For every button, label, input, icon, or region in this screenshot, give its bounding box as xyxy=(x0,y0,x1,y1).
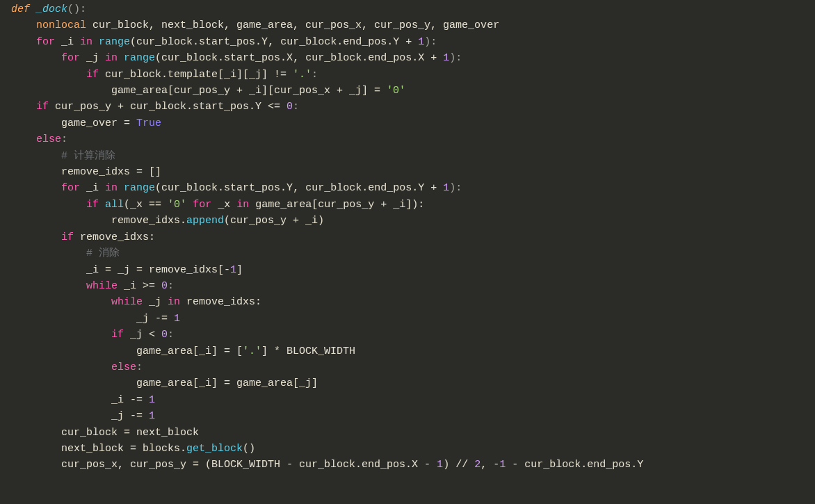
punct: : xyxy=(61,133,67,145)
space xyxy=(186,199,193,211)
keyword-for: for xyxy=(193,199,211,211)
code-line: if all(_x == '0' for _x in game_area[cur… xyxy=(11,199,424,211)
punct: : xyxy=(293,101,299,113)
code-line: else: xyxy=(11,133,67,145)
assign: game_area[_i] = game_area[_j] xyxy=(136,377,318,389)
builtin-range: range xyxy=(99,36,130,48)
code-line: game_area[_i] = game_area[_j] xyxy=(11,377,318,389)
punct: : xyxy=(168,280,174,292)
assign: remove_idxs = [] xyxy=(61,166,161,178)
expr: remove_idxs: xyxy=(180,296,261,308)
keyword-for: for xyxy=(36,36,55,48)
keyword-while: while xyxy=(111,296,143,308)
keyword-if: if xyxy=(36,101,49,113)
space xyxy=(118,52,124,64)
comment: # 消除 xyxy=(86,247,120,259)
code-line: remove_idxs.append(cur_pos_y + _i) xyxy=(11,215,324,227)
expr: remove_idxs. xyxy=(111,215,186,227)
number: 1 xyxy=(443,182,449,194)
keyword-else: else xyxy=(36,133,61,145)
expr: remove_idxs: xyxy=(74,231,155,243)
code-line: if remove_idxs: xyxy=(11,231,155,243)
code-line: while _j in remove_idxs: xyxy=(11,296,261,308)
code-line: remove_idxs = [] xyxy=(11,166,161,178)
keyword-if: if xyxy=(61,231,74,243)
code-line: if cur_block.template[_i][_j] != '.': xyxy=(11,69,318,81)
assign: next_block = blocks. xyxy=(61,443,186,455)
keyword-in: in xyxy=(80,36,92,48)
number: 0 xyxy=(161,280,168,292)
code-line: cur_pos_x, cur_pos_y = (BLOCK_WIDTH - cu… xyxy=(11,459,643,471)
expr: (_x == xyxy=(124,199,168,211)
number: 1 xyxy=(149,394,155,406)
expr: ] * BLOCK_WIDTH xyxy=(261,346,355,357)
keyword-def: def xyxy=(11,3,30,15)
expr: _j < xyxy=(124,329,161,341)
assign: cur_block = next_block xyxy=(61,427,199,439)
code-line: game_area[cur_pos_y + _i][cur_pos_x + _j… xyxy=(11,85,405,97)
punct: ] xyxy=(236,264,243,276)
keyword-in: in xyxy=(105,182,118,194)
code-editor[interactable]: def _dock(): nonlocal cur_block, next_bl… xyxy=(0,0,815,473)
assign: game_area[cur_pos_y + _i][cur_pos_x + _j… xyxy=(111,85,387,97)
comment: # 计算消除 xyxy=(61,150,115,162)
args: (cur_block.start_pos.Y, cur_block.end_po… xyxy=(155,182,443,194)
args: (cur_block.start_pos.X, cur_block.end_po… xyxy=(155,52,443,64)
function-name: _dock xyxy=(36,3,67,15)
code-line: for _i in range(cur_block.start_pos.Y, c… xyxy=(11,36,437,48)
number: 1 xyxy=(174,313,180,325)
number: 1 xyxy=(443,52,449,64)
boolean-true: True xyxy=(136,117,161,129)
number: 1 xyxy=(230,264,236,276)
keyword-else: else xyxy=(111,361,136,373)
number: 2 xyxy=(474,459,481,471)
keyword-if: if xyxy=(86,69,99,81)
punct: ): xyxy=(424,36,437,48)
var: _j xyxy=(80,52,105,64)
punct: ): xyxy=(449,182,462,194)
punct: () xyxy=(243,443,255,455)
code-line: _i = _j = remove_idxs[-1] xyxy=(11,264,243,276)
string: '.' xyxy=(293,69,312,81)
keyword-if: if xyxy=(111,329,124,341)
code-line: def _dock(): xyxy=(11,3,86,15)
number: 1 xyxy=(149,410,155,422)
code-line: next_block = blocks.get_block() xyxy=(11,443,255,455)
punct: : xyxy=(312,69,318,81)
punct: (): xyxy=(67,3,86,15)
code-line: if cur_pos_y + cur_block.start_pos.Y <= … xyxy=(11,101,299,113)
code-line: for _j in range(cur_block.start_pos.X, c… xyxy=(11,52,462,64)
code-line: game_area[_i] = ['.'] * BLOCK_WIDTH xyxy=(11,346,355,357)
code-line: else: xyxy=(11,361,143,373)
string: '0' xyxy=(168,199,186,211)
builtin-range: range xyxy=(124,182,155,194)
expr: cur_pos_y + cur_block.start_pos.Y <= xyxy=(49,101,287,113)
space xyxy=(99,199,105,211)
expr: - cur_block.end_pos.Y xyxy=(506,459,643,471)
keyword-in: in xyxy=(105,52,118,64)
expr: ) // xyxy=(443,459,474,471)
code-line: nonlocal cur_block, next_block, game_are… xyxy=(11,19,499,31)
expr: cur_block.template[_i][_j] != xyxy=(99,69,293,81)
assign: cur_pos_x, cur_pos_y = (BLOCK_WIDTH - cu… xyxy=(61,459,437,471)
var: _i xyxy=(80,182,105,194)
punct: : xyxy=(136,361,143,373)
expr: _j xyxy=(143,296,168,308)
assign: _i -= xyxy=(111,394,149,406)
builtin-all: all xyxy=(105,199,124,211)
number: 0 xyxy=(161,329,168,341)
keyword-while: while xyxy=(86,280,118,292)
keyword-if: if xyxy=(86,199,99,211)
code-line: cur_block = next_block xyxy=(11,427,199,439)
space xyxy=(118,182,124,194)
punct: ): xyxy=(449,52,462,64)
code-line: _i -= 1 xyxy=(11,394,155,406)
keyword-in: in xyxy=(236,199,249,211)
punct: : xyxy=(168,329,174,341)
keyword-for: for xyxy=(61,182,80,194)
code-line: # 计算消除 xyxy=(11,150,115,162)
string: '0' xyxy=(387,85,405,97)
string: '.' xyxy=(243,346,261,357)
assign: game_area[_i] = [ xyxy=(136,346,243,357)
var: _x xyxy=(211,199,236,211)
